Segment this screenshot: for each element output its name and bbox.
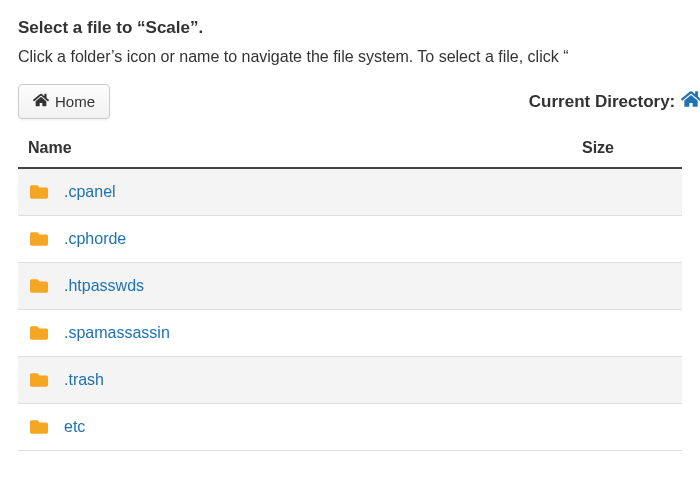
item-link[interactable]: .trash	[64, 371, 104, 389]
name-cell: .cphorde	[18, 216, 582, 263]
folder-icon[interactable]	[28, 277, 50, 295]
table-row: .trash	[18, 357, 682, 404]
table-row: .spamassassin	[18, 310, 682, 357]
size-cell	[582, 168, 682, 216]
size-cell	[582, 216, 682, 263]
current-directory-label: Current Directory:	[529, 92, 675, 112]
home-button-label: Home	[55, 93, 95, 110]
item-link[interactable]: .htpasswds	[64, 277, 144, 295]
table-row: etc	[18, 404, 682, 451]
home-icon[interactable]	[681, 89, 700, 114]
name-cell: .trash	[18, 357, 582, 404]
item-link[interactable]: etc	[64, 418, 85, 436]
file-table: Name Size .cpanel.cphorde.htpasswds.spam…	[18, 131, 682, 451]
item-link[interactable]: .spamassassin	[64, 324, 170, 342]
folder-icon[interactable]	[28, 183, 50, 201]
table-row: .cpanel	[18, 168, 682, 216]
page-title: Select a file to “Scale”.	[18, 18, 682, 38]
home-icon	[33, 92, 49, 111]
size-cell	[582, 310, 682, 357]
table-row: .cphorde	[18, 216, 682, 263]
item-link[interactable]: .cphorde	[64, 230, 126, 248]
folder-icon[interactable]	[28, 371, 50, 389]
size-cell	[582, 357, 682, 404]
folder-icon[interactable]	[28, 230, 50, 248]
name-cell: .spamassassin	[18, 310, 582, 357]
home-button[interactable]: Home	[18, 84, 110, 119]
column-header-name[interactable]: Name	[18, 131, 582, 168]
page-subtitle: Click a folder’s icon or name to navigat…	[18, 48, 682, 66]
name-cell: .cpanel	[18, 168, 582, 216]
current-directory: Current Directory: /	[529, 89, 700, 114]
column-header-size[interactable]: Size	[582, 131, 682, 168]
folder-icon[interactable]	[28, 418, 50, 436]
name-cell: etc	[18, 404, 582, 451]
size-cell	[582, 404, 682, 451]
folder-icon[interactable]	[28, 324, 50, 342]
table-row: .htpasswds	[18, 263, 682, 310]
toolbar: Home Current Directory: /	[18, 84, 682, 119]
item-link[interactable]: .cpanel	[64, 183, 116, 201]
size-cell	[582, 263, 682, 310]
name-cell: .htpasswds	[18, 263, 582, 310]
